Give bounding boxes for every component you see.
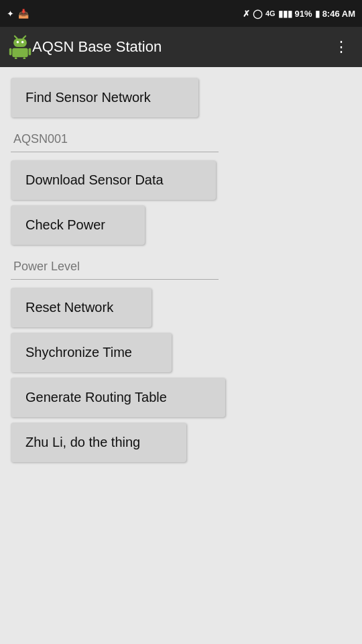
svg-rect-7 [29, 48, 32, 56]
reset-network-button[interactable]: Reset Network [11, 288, 152, 327]
app-bar: AQSN Base Station ⋮ [0, 27, 362, 67]
alarm-icon: ◯ [253, 9, 263, 19]
svg-rect-8 [15, 57, 17, 59]
svg-point-3 [17, 41, 19, 44]
status-bar: ✦ 📥 ✗ ◯ 4G ▮▮▮ 91% ▮ 8:46 AM [0, 0, 362, 27]
generate-routing-table-button[interactable]: Generate Routing Table [11, 378, 225, 417]
power-level-input[interactable] [11, 254, 219, 280]
download-sensor-data-button[interactable]: Download Sensor Data [11, 160, 216, 200]
check-power-button[interactable]: Check Power [11, 205, 145, 245]
svg-rect-6 [9, 48, 12, 56]
battery-icon: ▮ [315, 9, 320, 19]
usb-icon: ✦ [7, 9, 14, 19]
bluetooth-icon: ✗ [243, 9, 250, 19]
signal-icon: ▮▮▮ [278, 9, 292, 19]
find-sensor-network-button[interactable]: Find Sensor Network [11, 78, 198, 117]
notification-icon: 📥 [18, 9, 29, 19]
time-display: 8:46 AM [322, 9, 355, 19]
app-title: AQSN Base Station [32, 38, 328, 56]
battery-percent: 91% [295, 9, 312, 19]
app-logo [8, 35, 32, 59]
svg-rect-2 [13, 38, 27, 47]
synchronize-time-button[interactable]: Shychronize Time [11, 333, 172, 372]
overflow-menu-button[interactable]: ⋮ [328, 33, 354, 61]
zhu-li-button[interactable]: Zhu Li, do the thing [11, 423, 186, 462]
main-content: Find Sensor Network Download Sensor Data… [0, 67, 362, 478]
lte-icon: 4G [265, 9, 276, 17]
svg-rect-5 [12, 48, 27, 58]
svg-point-4 [21, 41, 24, 44]
svg-line-1 [23, 36, 26, 39]
svg-line-0 [15, 36, 17, 39]
status-left-icons: ✦ 📥 [7, 9, 29, 19]
status-right-info: ✗ ◯ 4G ▮▮▮ 91% ▮ 8:46 AM [243, 9, 355, 19]
svg-rect-9 [23, 57, 26, 59]
network-name-input[interactable] [11, 127, 219, 152]
